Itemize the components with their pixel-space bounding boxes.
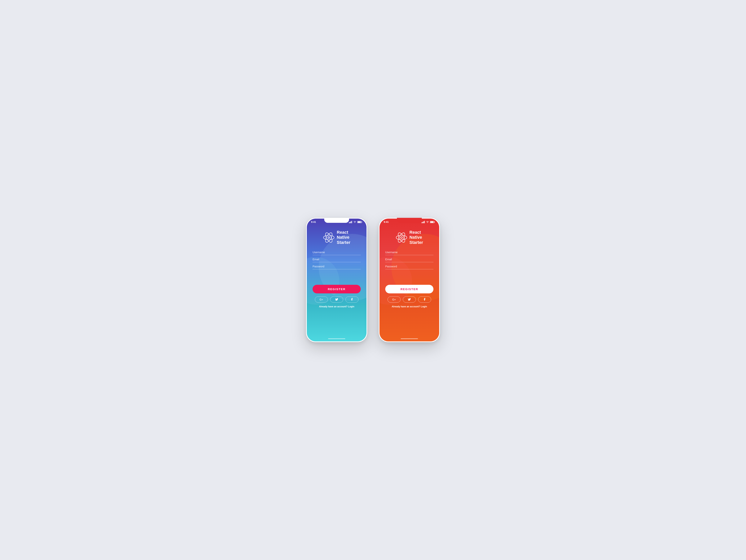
social-area-red: G+: [379, 293, 439, 302]
logo-text-blue: React Native Starter: [337, 230, 350, 245]
notch-red: [397, 218, 422, 223]
email-underline-blue: [313, 262, 361, 262]
home-indicator-red: [401, 338, 418, 339]
facebook-button-blue[interactable]: [345, 296, 358, 302]
password-field-red: Password: [385, 265, 433, 269]
signal-icon-red: [422, 221, 425, 223]
battery-icon-red: [430, 221, 435, 223]
svg-rect-14: [423, 221, 424, 223]
svg-rect-0: [349, 222, 349, 223]
login-text-red: Already have an account? Login: [379, 302, 439, 308]
atom-icon-red: [396, 232, 407, 243]
form-area-red: Username Email Password: [379, 249, 439, 281]
svg-rect-13: [423, 222, 423, 223]
facebook-icon-red: [424, 298, 426, 301]
username-field-blue: Username: [313, 251, 361, 255]
twitter-button-blue[interactable]: [330, 296, 343, 302]
battery-icon-blue: [357, 221, 362, 223]
status-time-red: 9:41: [384, 220, 389, 224]
twitter-icon-red: [408, 298, 411, 301]
svg-rect-6: [358, 221, 361, 223]
email-label-blue: Email: [313, 258, 361, 261]
password-label-blue: Password: [313, 265, 361, 268]
atom-icon-blue: [323, 232, 335, 243]
wifi-icon-blue: [353, 221, 356, 223]
username-underline-blue: [313, 255, 361, 255]
register-btn-wrap-blue: REGISTER: [307, 281, 367, 293]
logo-text-red: React Native Starter: [409, 230, 423, 245]
svg-rect-3: [351, 221, 352, 223]
facebook-icon-blue: [351, 298, 353, 301]
username-field-red: Username: [385, 251, 433, 255]
svg-rect-18: [430, 221, 434, 223]
svg-rect-17: [434, 222, 435, 223]
social-area-blue: G+: [307, 293, 367, 302]
status-icons-red: [422, 221, 435, 223]
twitter-button-red[interactable]: [403, 296, 416, 302]
form-area-blue: Username Email Password: [307, 249, 367, 281]
email-field-blue: Email: [313, 258, 361, 262]
signal-icon-blue: [349, 221, 352, 223]
phone-red-inner: 9:41: [379, 218, 439, 342]
svg-rect-12: [422, 222, 422, 223]
email-underline-red: [385, 262, 433, 262]
password-label-red: Password: [385, 265, 433, 268]
notch-blue: [324, 218, 349, 223]
svg-point-23: [401, 237, 402, 238]
logo-area-blue: React Native Starter: [307, 224, 367, 249]
register-button-blue[interactable]: REGISTER: [313, 285, 361, 293]
username-label-red: Username: [385, 251, 433, 254]
email-label-red: Email: [385, 258, 433, 261]
password-underline-red: [385, 269, 433, 269]
register-button-red[interactable]: REGISTER: [385, 285, 433, 293]
svg-rect-15: [424, 221, 425, 223]
status-time-blue: 9:41: [311, 220, 316, 224]
twitter-icon-blue: [335, 298, 338, 301]
google-button-red[interactable]: G+: [388, 296, 401, 302]
svg-rect-5: [362, 222, 362, 223]
email-field-red: Email: [385, 258, 433, 262]
status-icons-blue: [349, 221, 362, 223]
phone-red: 9:41: [379, 218, 440, 342]
wifi-icon-red: [426, 221, 429, 223]
username-underline-red: [385, 255, 433, 255]
google-button-blue[interactable]: G+: [315, 296, 328, 302]
svg-rect-2: [351, 221, 351, 223]
facebook-button-red[interactable]: [418, 296, 431, 302]
svg-point-11: [328, 237, 329, 238]
phone-blue: 9:41: [306, 218, 367, 342]
phone-blue-inner: 9:41: [307, 218, 367, 342]
register-btn-wrap-red: REGISTER: [379, 281, 439, 293]
login-link-red[interactable]: Login: [421, 305, 427, 308]
showcase: 9:41: [306, 218, 440, 342]
svg-rect-1: [350, 222, 350, 223]
login-link-blue[interactable]: Login: [348, 305, 354, 308]
username-label-blue: Username: [313, 251, 361, 254]
home-indicator-blue: [328, 338, 345, 339]
login-text-blue: Already have an account? Login: [307, 302, 367, 308]
password-field-blue: Password: [313, 265, 361, 269]
password-underline-blue: [313, 269, 361, 269]
logo-area-red: React Native Starter: [379, 224, 439, 249]
